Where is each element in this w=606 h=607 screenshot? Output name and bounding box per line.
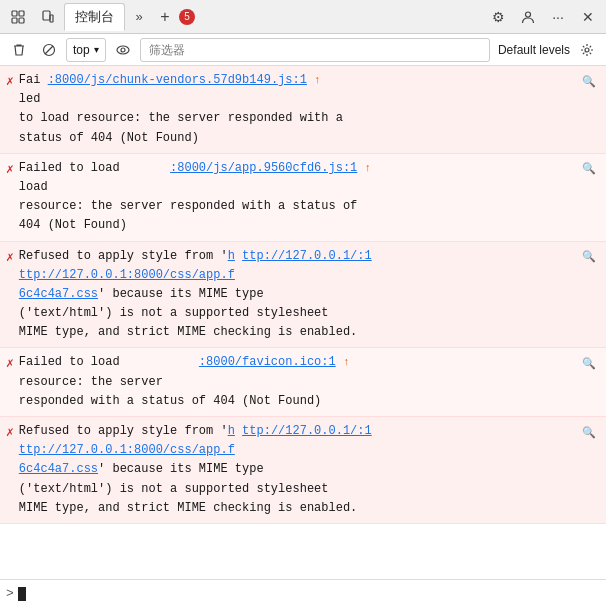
console-cursor [18,587,26,601]
toolbar-settings-btn[interactable] [574,37,600,63]
search-btn-1[interactable]: 🔍 [580,72,598,90]
more-tabs-btn[interactable]: » [127,5,151,29]
error-link-3b[interactable]: ttp://127.0.0.1/:1 [242,249,372,263]
console-output-area: ✗ Fai :8000/js/chunk-vendors.57d9b149.js… [0,66,606,579]
tab-bar: 控制台 » + 5 ⚙ ··· ✕ [0,0,606,34]
error-count-circle: 5 [179,9,195,25]
error-icon-2: ✗ [6,160,14,180]
info-icon-1: ↑ [314,74,321,86]
svg-point-6 [526,12,531,17]
error-entry-2: ✗ Failed to load :8000/js/app.9560cfd6.j… [0,154,606,242]
console-tab-label: 控制台 [75,8,114,26]
search-btn-5[interactable]: 🔍 [580,423,598,441]
search-btn-4[interactable]: 🔍 [580,354,598,372]
error-entry-4: ✗ Failed to load :8000/favicon.ico:1 ↑ r… [0,348,606,417]
error-actions-4: 🔍 [580,354,598,372]
error-actions-3: 🔍 [580,248,598,266]
info-icon-2: ↑ [365,162,372,174]
error-icon-3: ✗ [6,248,14,268]
error-link-4[interactable]: :8000/favicon.ico:1 [199,355,336,369]
svg-rect-0 [12,11,17,16]
error-entry-5: ✗ Refused to apply style from 'h ttp://1… [0,417,606,524]
add-tab-btn[interactable]: + [153,5,177,29]
error-actions-2: 🔍 [580,160,598,178]
inspect-element-btn[interactable] [4,3,32,31]
svg-rect-2 [19,11,24,16]
error-actions-1: 🔍 [580,72,598,90]
block-btn[interactable] [36,37,62,63]
error-text-5: Refused to apply style from 'h ttp://127… [19,422,575,518]
error-text-2: Failed to load :8000/js/app.9560cfd6.js:… [19,159,575,236]
error-icon-4: ✗ [6,354,14,374]
default-levels-label: Default levels [498,43,570,57]
error-link-1[interactable]: :8000/js/chunk-vendors.57d9b149.js:1 [48,73,307,87]
svg-point-11 [585,48,589,52]
svg-point-10 [121,48,125,52]
toolbar: top ▾ Default levels [0,34,606,66]
dropdown-arrow-icon: ▾ [94,44,99,55]
svg-point-9 [117,46,129,54]
error-link-5c[interactable]: ttp://127.0.0.1:8000/css/app.f6c4c4a7.cs… [19,443,235,476]
close-devtools-btn[interactable]: ✕ [574,3,602,31]
search-btn-2[interactable]: 🔍 [580,160,598,178]
info-icon-4: ↑ [343,356,350,368]
svg-rect-4 [43,11,50,20]
error-link-5b[interactable]: ttp://127.0.0.1/:1 [242,424,372,438]
svg-rect-1 [12,18,17,23]
console-tab[interactable]: 控制台 [64,3,125,31]
console-input-row: > [0,579,606,607]
filter-input[interactable] [140,38,490,62]
log-level-selector[interactable]: top ▾ [66,38,106,62]
device-toggle-btn[interactable] [34,3,62,31]
console-prompt: > [6,586,14,601]
settings-btn[interactable]: ⚙ [484,3,512,31]
error-entry-1: ✗ Fai :8000/js/chunk-vendors.57d9b149.js… [0,66,606,154]
svg-rect-3 [19,18,24,23]
more-options-btn[interactable]: ··· [544,3,572,31]
error-link-2[interactable]: :8000/js/app.9560cfd6.js:1 [170,161,357,175]
profile-btn[interactable] [514,3,542,31]
error-link-3a[interactable]: h [228,249,235,263]
error-text-3: Refused to apply style from 'h ttp://127… [19,247,575,343]
eye-btn[interactable] [110,37,136,63]
error-link-3c[interactable]: ttp://127.0.0.1:8000/css/app.f6c4c4a7.cs… [19,268,235,301]
error-icon-1: ✗ [6,72,14,92]
error-link-5a[interactable]: h [228,424,235,438]
error-actions-5: 🔍 [580,423,598,441]
svg-line-8 [45,46,53,54]
error-text-1: Fai :8000/js/chunk-vendors.57d9b149.js:1… [19,71,575,148]
clear-console-btn[interactable] [6,37,32,63]
error-text-4: Failed to load :8000/favicon.ico:1 ↑ res… [19,353,575,411]
log-level-value: top [73,43,90,57]
svg-rect-5 [50,15,53,22]
error-icon-5: ✗ [6,423,14,443]
error-badge: 5 [179,9,195,25]
error-entry-3: ✗ Refused to apply style from 'h ttp://1… [0,242,606,349]
search-btn-3[interactable]: 🔍 [580,248,598,266]
